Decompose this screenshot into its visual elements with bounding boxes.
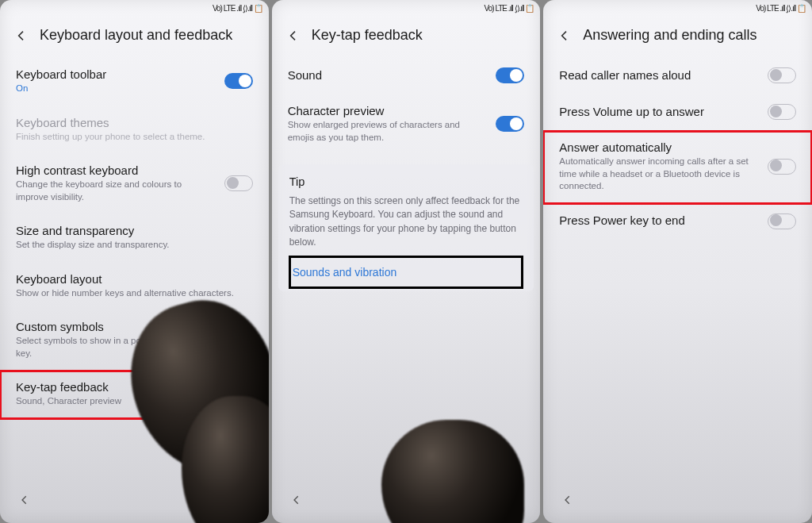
row-title: Keyboard themes <box>16 116 253 129</box>
row-answer-automatically[interactable]: Answer automatically Automatically answe… <box>543 131 812 204</box>
phone-screen-2: Vo) LTE .ıll ⟨͎⟩.ıll 📋 Key-tap feedback … <box>272 0 541 523</box>
toggle-read-caller-names[interactable] <box>768 67 796 83</box>
row-title: Answer automatically <box>559 140 758 154</box>
phone-screen-3: Vo) LTE .ıll ⟨͎⟩.ıll 📋 Answering and end… <box>543 0 812 523</box>
row-sound[interactable]: Sound <box>272 58 541 94</box>
row-title: High contrast keyboard <box>16 163 215 177</box>
tip-block: Tip The settings on this screen only aff… <box>278 164 534 291</box>
page-title: Answering and ending calls <box>583 27 756 44</box>
back-icon[interactable] <box>286 29 301 43</box>
row-sub: Finish setting up your phone to select a… <box>16 131 253 144</box>
row-title: Read caller names aloud <box>559 68 758 82</box>
toggle-answer-automatically[interactable] <box>768 159 796 175</box>
link-sounds-vibration[interactable]: Sounds and vibration <box>289 256 523 288</box>
tip-body: The settings on this screen only affect … <box>289 194 523 250</box>
row-sub: Change the keyboard size and colours to … <box>16 179 215 203</box>
back-icon[interactable] <box>14 29 29 43</box>
back-icon[interactable] <box>557 29 572 43</box>
status-bar: Vo) LTE .ıll ⟨͎⟩.ıll 📋 <box>272 0 541 16</box>
row-size-transparency[interactable]: Size and transparency Set the display si… <box>0 214 269 263</box>
toggle-sound[interactable] <box>496 67 524 83</box>
row-title: Sound <box>288 68 487 82</box>
toggle-character-preview[interactable] <box>496 116 524 132</box>
toggle-high-contrast[interactable] <box>224 175 253 191</box>
status-icons: Vo) LTE .ıll ⟨͎⟩.ıll 📋 <box>485 4 534 13</box>
tip-heading: Tip <box>289 175 523 188</box>
toggle-power-key-end[interactable] <box>768 213 796 229</box>
row-key-tap-feedback[interactable]: Key-tap feedback Sound, Character previe… <box>0 371 269 419</box>
row-power-key-end[interactable]: Press Power key to end <box>543 204 812 240</box>
row-title: Size and transparency <box>16 224 253 237</box>
link-text: Sounds and vibration <box>293 266 397 279</box>
page-title: Keyboard layout and feedback <box>40 27 232 44</box>
nav-back-icon[interactable] <box>562 494 573 509</box>
row-volume-up-answer[interactable]: Press Volume up to answer <box>543 94 812 131</box>
row-title: Custom symbols <box>16 320 253 333</box>
row-sub: Show or hide number keys and alternative… <box>16 287 253 300</box>
toggle-keyboard-toolbar[interactable] <box>224 73 253 89</box>
row-sub: Select symbols to show in a pop-up and h… <box>16 335 253 360</box>
row-keyboard-layout[interactable]: Keyboard layout Show or hide number keys… <box>0 263 269 311</box>
row-sub: Sound, Character preview <box>16 395 253 408</box>
nav-back-icon[interactable] <box>291 494 302 509</box>
header: Answering and ending calls <box>543 16 812 58</box>
status-bar: Vo) LTE .ıll ⟨͎⟩.ıll 📋 <box>543 0 812 16</box>
row-title: Character preview <box>288 104 487 117</box>
row-title: Key-tap feedback <box>16 380 253 394</box>
header: Key-tap feedback <box>272 16 541 58</box>
row-title: Keyboard toolbar <box>16 67 215 81</box>
row-character-preview[interactable]: Character preview Show enlarged previews… <box>272 94 541 155</box>
header: Keyboard layout and feedback <box>0 16 269 58</box>
row-read-caller-names[interactable]: Read caller names aloud <box>543 58 812 94</box>
status-icons: Vo) LTE .ıll ⟨͎⟩.ıll 📋 <box>756 4 806 13</box>
row-sub: Set the display size and transparency. <box>16 239 253 252</box>
row-custom-symbols[interactable]: Custom symbols Select symbols to show in… <box>0 310 269 371</box>
row-title: Press Power key to end <box>559 213 758 227</box>
row-sub: On <box>16 83 215 95</box>
row-sub: Show enlarged previews of characters and… <box>288 119 487 144</box>
phone-screen-1: Vo) LTE .ıll ⟨͎⟩.ıll 📋 Keyboard layout a… <box>0 0 269 523</box>
toggle-volume-up-answer[interactable] <box>768 104 796 120</box>
row-sub: Automatically answer incoming calls afte… <box>559 156 758 193</box>
row-title: Keyboard layout <box>16 272 253 286</box>
row-keyboard-toolbar[interactable]: Keyboard toolbar On <box>0 58 269 106</box>
status-icons: Vo) LTE .ıll ⟨͎⟩.ıll 📋 <box>213 4 262 13</box>
row-title: Press Volume up to answer <box>559 105 758 118</box>
row-high-contrast[interactable]: High contrast keyboard Change the keyboa… <box>0 154 269 214</box>
page-title: Key-tap feedback <box>312 27 423 44</box>
row-keyboard-themes: Keyboard themes Finish setting up your p… <box>0 106 269 155</box>
status-bar: Vo) LTE .ıll ⟨͎⟩.ıll 📋 <box>0 0 269 16</box>
nav-back-icon[interactable] <box>19 494 30 509</box>
